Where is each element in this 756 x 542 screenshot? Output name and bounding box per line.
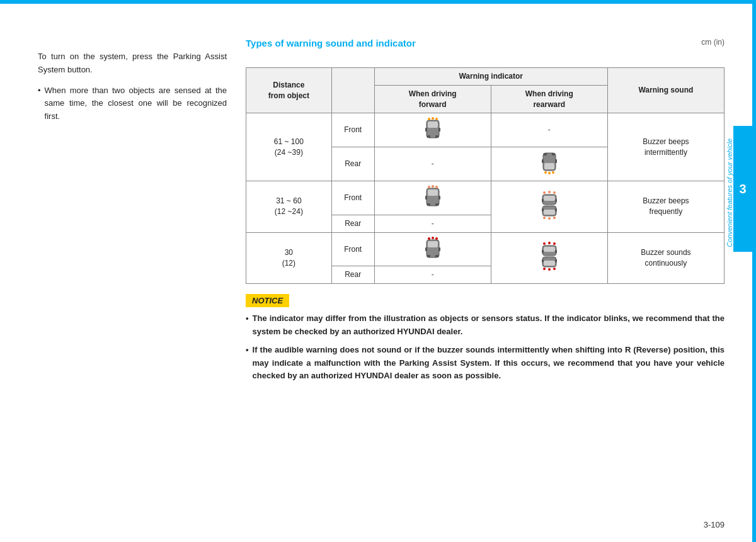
svg-rect-2 xyxy=(427,135,430,138)
svg-rect-11 xyxy=(544,153,547,155)
forward-dash-4: - xyxy=(374,215,491,232)
sound-cell-3: Buzzer beepsfrequently xyxy=(607,181,724,232)
svg-rect-38 xyxy=(544,210,555,215)
notice-box: NOTICE • The indicator may differ from t… xyxy=(246,294,724,383)
svg-point-7 xyxy=(432,117,434,120)
svg-rect-5 xyxy=(438,128,440,132)
svg-rect-31 xyxy=(544,196,555,201)
svg-point-25 xyxy=(432,185,434,188)
notice-label: NOTICE xyxy=(246,294,289,307)
forward-icon-3 xyxy=(374,181,491,215)
bullet-item: • When more than two objects are sensed … xyxy=(38,84,227,123)
bullet-symbol: • xyxy=(38,84,41,123)
title-row: Types of warning sound and indicator cm … xyxy=(246,38,724,48)
svg-rect-44 xyxy=(435,255,438,257)
direction-cell-6: Rear xyxy=(331,266,374,284)
svg-point-29 xyxy=(553,191,556,194)
svg-rect-22 xyxy=(425,196,427,200)
table-row: 31 ~ 60(12 ~24) Front xyxy=(246,181,724,215)
top-bar xyxy=(0,0,756,4)
svg-rect-4 xyxy=(425,128,427,132)
table-row: 30(12) Front xyxy=(246,232,724,266)
forward-dash-6: - xyxy=(374,266,491,284)
svg-point-57 xyxy=(543,268,546,270)
svg-rect-1 xyxy=(428,121,438,128)
svg-point-6 xyxy=(428,118,430,120)
unit-label: cm (in) xyxy=(701,38,724,47)
svg-rect-19 xyxy=(428,189,438,196)
svg-point-58 xyxy=(548,268,551,271)
header-row-1: Distancefrom object Warning indicator Wa… xyxy=(246,68,724,86)
svg-rect-43 xyxy=(427,255,430,257)
svg-rect-39 xyxy=(542,208,544,212)
svg-rect-14 xyxy=(555,159,557,163)
forward-icon-1 xyxy=(374,113,491,147)
col-rearward: When drivingrearward xyxy=(491,85,607,113)
svg-rect-46 xyxy=(438,247,440,251)
svg-rect-42 xyxy=(428,241,438,247)
col-direction xyxy=(331,68,374,113)
col-warning-indicator: Warning indicator xyxy=(374,68,607,86)
section-title: Types of warning sound and indicator xyxy=(246,38,416,48)
svg-point-36 xyxy=(553,217,556,219)
svg-point-16 xyxy=(548,172,551,174)
page-number: 3-109 xyxy=(704,520,724,529)
svg-rect-33 xyxy=(555,199,557,202)
forward-dash-2: - xyxy=(374,147,491,181)
svg-rect-45 xyxy=(425,247,427,251)
svg-point-48 xyxy=(432,237,434,239)
svg-point-17 xyxy=(552,171,554,174)
svg-point-24 xyxy=(428,186,430,188)
chapter-number: 3 xyxy=(739,182,746,196)
svg-point-59 xyxy=(553,268,556,270)
chapter-label: Convenient features of your vehicle xyxy=(726,138,733,247)
col-forward: When drivingforward xyxy=(374,85,491,113)
direction-cell-3: Front xyxy=(331,181,374,215)
svg-rect-32 xyxy=(542,199,544,202)
svg-rect-13 xyxy=(542,159,544,163)
bullet-text: When more than two objects are sensed at… xyxy=(45,84,227,123)
table-row: 61 ~ 100(24 ~39) Front xyxy=(246,113,724,147)
right-panel: Types of warning sound and indicator cm … xyxy=(246,38,724,389)
left-panel: To turn on the system, press the Parking… xyxy=(38,50,227,123)
svg-rect-61 xyxy=(544,261,555,266)
direction-cell-5: Front xyxy=(331,232,374,266)
svg-point-15 xyxy=(544,171,547,174)
col-warning-sound: Warning sound xyxy=(607,68,724,113)
svg-rect-10 xyxy=(544,163,554,169)
svg-point-35 xyxy=(548,217,551,220)
svg-rect-40 xyxy=(555,208,557,212)
svg-point-34 xyxy=(543,217,546,219)
distance-cell-3: 31 ~ 60(12 ~24) xyxy=(246,181,332,232)
svg-rect-56 xyxy=(555,250,557,253)
notice-text-2: If the audible warning does not sound or… xyxy=(253,344,724,383)
notice-bullet-1: • The indicator may differ from the illu… xyxy=(246,312,724,383)
svg-rect-63 xyxy=(555,259,557,263)
svg-point-52 xyxy=(553,242,556,245)
svg-point-47 xyxy=(428,237,430,240)
svg-point-51 xyxy=(548,242,551,244)
svg-rect-62 xyxy=(542,259,544,263)
distance-cell-1: 61 ~ 100(24 ~39) xyxy=(246,113,332,181)
rearward-icon-5 xyxy=(491,232,607,284)
notice-bullet-sym-1: • xyxy=(246,312,249,339)
distance-cell-5: 30(12) xyxy=(246,232,332,284)
direction-cell-4: Rear xyxy=(331,215,374,232)
intro-text: To turn on the system, press the Parking… xyxy=(38,50,227,77)
svg-rect-55 xyxy=(542,250,544,253)
sound-cell-1: Buzzer beepsintermittently xyxy=(607,113,724,181)
sound-cell-5: Buzzer soundscontinuously xyxy=(607,232,724,284)
svg-rect-20 xyxy=(427,203,430,206)
forward-icon-5 xyxy=(374,232,491,266)
svg-point-27 xyxy=(543,191,546,194)
svg-point-8 xyxy=(435,118,438,120)
svg-point-49 xyxy=(435,237,438,240)
rearward-icon-2 xyxy=(491,147,607,181)
svg-rect-21 xyxy=(435,203,438,206)
notice-bullet-sym-2: • xyxy=(246,344,249,383)
rearward-dash-1: - xyxy=(491,113,607,147)
svg-rect-23 xyxy=(438,196,440,200)
chapter-tab: 3 xyxy=(733,126,752,252)
svg-point-28 xyxy=(548,191,551,193)
svg-rect-12 xyxy=(552,153,555,155)
